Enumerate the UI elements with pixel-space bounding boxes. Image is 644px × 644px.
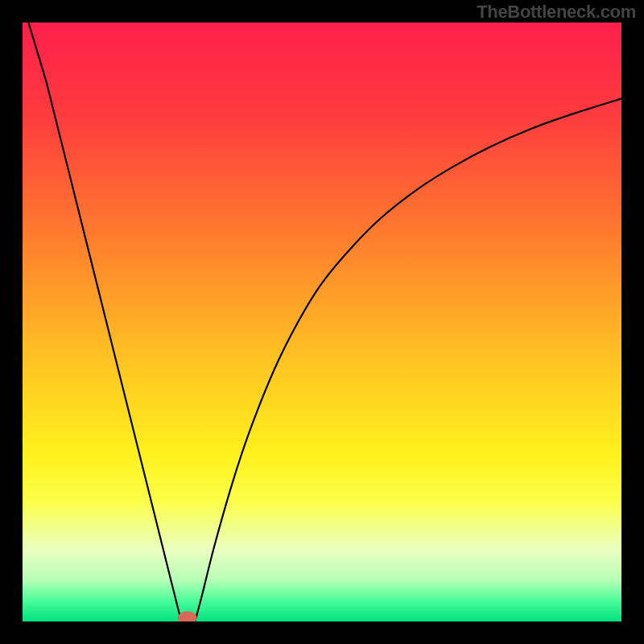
gradient-background [23, 23, 621, 621]
plot-svg [23, 23, 621, 621]
chart-frame: TheBottleneck.com [0, 0, 644, 644]
watermark-label: TheBottleneck.com [477, 2, 636, 23]
plot-area [23, 23, 621, 621]
